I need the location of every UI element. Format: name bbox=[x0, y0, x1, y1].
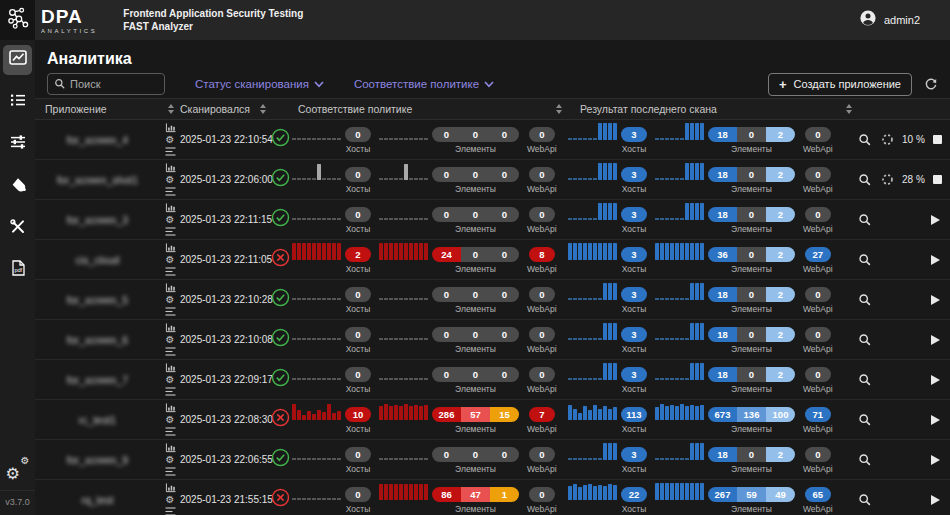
gear-mini-icon[interactable]: ⚙ bbox=[164, 134, 176, 145]
scan-details-button[interactable] bbox=[858, 413, 871, 426]
gear-mini-icon[interactable]: ⚙ bbox=[164, 254, 176, 265]
policy-elements-sparkline-block bbox=[379, 445, 428, 474]
app-name[interactable]: for_screen_4 bbox=[67, 134, 128, 146]
gear-mini-icon[interactable]: ⚙ bbox=[164, 294, 176, 305]
spark-dash bbox=[665, 138, 669, 140]
app-name[interactable]: rq_test bbox=[81, 494, 113, 506]
spark-dash bbox=[399, 458, 403, 460]
run-scan-button[interactable] bbox=[931, 375, 940, 385]
scan-details-button[interactable] bbox=[858, 453, 871, 466]
gear-mini-icon[interactable]: ⚙ bbox=[164, 174, 176, 185]
policy-elements-sparkline-block bbox=[379, 365, 428, 394]
spark-bar bbox=[419, 484, 423, 500]
app-name[interactable]: for_screen_3 bbox=[67, 214, 128, 226]
chart-mini-icon[interactable] bbox=[164, 362, 176, 373]
chart-mini-icon[interactable] bbox=[164, 242, 176, 253]
sort-scan-result-button[interactable] bbox=[844, 102, 854, 116]
spark-dash bbox=[685, 338, 689, 340]
run-scan-button[interactable] bbox=[931, 495, 940, 505]
spark-bar bbox=[675, 406, 679, 420]
sort-scanned-button[interactable] bbox=[258, 102, 268, 116]
chart-mini-icon[interactable] bbox=[164, 442, 176, 453]
search-box[interactable] bbox=[47, 73, 165, 95]
app-name[interactable]: for_screen_6 bbox=[67, 334, 128, 346]
scan-details-button[interactable] bbox=[858, 493, 871, 506]
chart-mini-icon[interactable] bbox=[164, 322, 176, 333]
list-mini-icon[interactable] bbox=[164, 506, 176, 515]
scan-details-button[interactable] bbox=[858, 293, 871, 306]
create-application-button[interactable]: + Создать приложение bbox=[768, 73, 912, 96]
scan-details-button[interactable] bbox=[858, 373, 871, 386]
search-input[interactable] bbox=[70, 78, 156, 90]
spark-bar bbox=[685, 203, 689, 220]
list-mini-icon[interactable] bbox=[164, 386, 176, 397]
run-scan-button[interactable] bbox=[931, 215, 940, 225]
chart-mini-icon[interactable] bbox=[164, 122, 176, 133]
sidebar-item-tools[interactable] bbox=[3, 213, 32, 243]
scan-elements-badge-group: 3602 bbox=[708, 247, 795, 262]
spark-spacer bbox=[315, 304, 317, 314]
run-scan-button[interactable] bbox=[931, 255, 940, 265]
list-mini-icon[interactable] bbox=[164, 186, 176, 197]
spark-dash bbox=[322, 378, 326, 380]
chart-mini-icon[interactable] bbox=[164, 482, 176, 493]
gear-mini-icon[interactable]: ⚙ bbox=[164, 454, 176, 465]
gear-mini-icon[interactable]: ⚙ bbox=[164, 374, 176, 385]
run-scan-button[interactable] bbox=[931, 455, 940, 465]
policy-webapi: 0WebApi bbox=[527, 285, 557, 314]
scan-details-button[interactable] bbox=[858, 253, 871, 266]
chart-mini-icon[interactable] bbox=[164, 202, 176, 213]
run-scan-button[interactable] bbox=[931, 415, 940, 425]
spark-bar bbox=[700, 283, 704, 300]
sidebar-item-report[interactable]: pdf bbox=[3, 255, 32, 285]
gear-mini-icon[interactable]: ⚙ bbox=[164, 334, 176, 345]
list-mini-icon[interactable] bbox=[164, 466, 176, 477]
spark-dash bbox=[419, 218, 423, 220]
run-scan-button[interactable] bbox=[931, 335, 940, 345]
chart-mini-icon[interactable] bbox=[164, 162, 176, 173]
sort-policy-button[interactable] bbox=[554, 102, 564, 116]
scan-details-button[interactable] bbox=[858, 213, 871, 226]
app-name[interactable]: for_screen_5 bbox=[67, 294, 128, 306]
gear-mini-icon[interactable]: ⚙ bbox=[164, 494, 176, 505]
app-name[interactable]: for_screen_9 bbox=[67, 454, 128, 466]
sidebar-item-analytics[interactable] bbox=[3, 45, 32, 75]
sidebar-item-list[interactable] bbox=[3, 87, 32, 117]
user-menu[interactable]: admin2 bbox=[860, 10, 950, 30]
list-mini-icon[interactable] bbox=[164, 226, 176, 237]
sidebar-item-settings[interactable]: ⚙ ⚙ bbox=[6, 460, 30, 480]
list-mini-icon[interactable] bbox=[164, 306, 176, 317]
chart-mini-icon[interactable] bbox=[164, 402, 176, 413]
sidebar-item-sliders[interactable] bbox=[3, 129, 32, 159]
spark-dash bbox=[583, 378, 587, 380]
status-fail-icon bbox=[271, 248, 290, 271]
app-name[interactable]: for_screen_7 bbox=[67, 374, 128, 386]
list-mini-icon[interactable] bbox=[164, 146, 176, 157]
sidebar-item-bucket[interactable] bbox=[3, 171, 32, 201]
gear-mini-icon[interactable]: ⚙ bbox=[164, 414, 176, 425]
app-name[interactable]: for_screen_shot1 bbox=[57, 174, 138, 186]
actions-cell bbox=[846, 373, 950, 386]
run-scan-button[interactable] bbox=[931, 295, 940, 305]
scan-date: 2025-01-23 21:55:15 bbox=[180, 494, 268, 505]
scan-details-button[interactable] bbox=[858, 333, 871, 346]
list-mini-icon[interactable] bbox=[164, 266, 176, 277]
spark-bar bbox=[690, 483, 694, 500]
chart-mini-icon[interactable] bbox=[164, 282, 176, 293]
spark-dash bbox=[332, 218, 336, 220]
spark-bar bbox=[603, 486, 607, 500]
app-name[interactable]: cis_cloud bbox=[76, 254, 120, 266]
spark-dash bbox=[685, 378, 689, 380]
scan-details-button[interactable] bbox=[858, 173, 871, 186]
sort-application-button[interactable] bbox=[166, 102, 176, 116]
stop-scan-button[interactable] bbox=[933, 135, 942, 144]
scan-details-button[interactable] bbox=[858, 133, 871, 146]
filter-scan-status[interactable]: Статус сканирования bbox=[195, 78, 324, 90]
refresh-button[interactable] bbox=[924, 77, 938, 91]
stop-scan-button[interactable] bbox=[933, 175, 942, 184]
gear-mini-icon[interactable]: ⚙ bbox=[164, 214, 176, 225]
list-mini-icon[interactable] bbox=[164, 426, 176, 437]
app-name[interactable]: rc_test1 bbox=[79, 414, 116, 426]
list-mini-icon[interactable] bbox=[164, 346, 176, 357]
filter-policy-compliance[interactable]: Соответствие политике bbox=[354, 78, 494, 90]
